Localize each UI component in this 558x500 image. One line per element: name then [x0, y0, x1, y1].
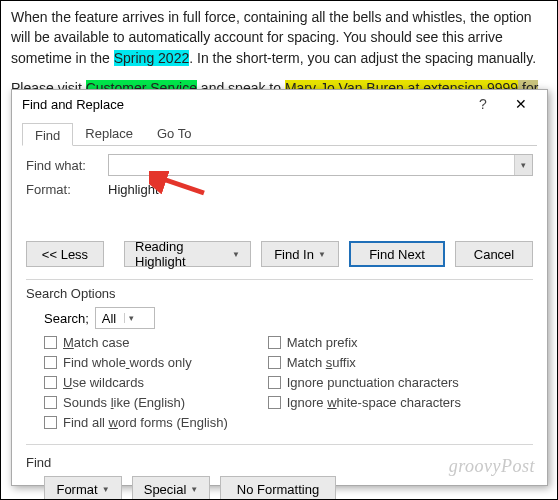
close-button[interactable]: ✕: [501, 96, 541, 112]
dialog-button-row: << Less Reading Highlight▼ Find In▼ Find…: [12, 207, 547, 275]
checkbox-icon: [268, 376, 281, 389]
highlight-cyan: Spring 2022: [114, 50, 190, 66]
less-button[interactable]: << Less: [26, 241, 104, 267]
find-what-input[interactable]: ▾: [108, 154, 533, 176]
checkbox-option[interactable]: Match suffix: [268, 355, 461, 370]
tab-find[interactable]: Find: [22, 123, 73, 146]
help-button[interactable]: ?: [465, 96, 501, 112]
checkbox-icon: [44, 336, 57, 349]
checkbox-option[interactable]: Ignore white-space characters: [268, 395, 461, 410]
format-label: Format:: [26, 182, 108, 197]
checkbox-option[interactable]: Find whole words only: [44, 355, 228, 370]
special-button[interactable]: Special▼: [132, 476, 210, 500]
chevron-down-icon: ▾: [124, 313, 138, 323]
search-options-checks: Match caseFind whole words onlyUse wildc…: [12, 335, 547, 436]
chevron-down-icon: ▼: [190, 485, 198, 494]
checkbox-option[interactable]: Ignore punctuation characters: [268, 375, 461, 390]
watermark: groovyPost: [449, 456, 535, 477]
reading-highlight-button[interactable]: Reading Highlight▼: [124, 241, 251, 267]
checkbox-icon: [268, 336, 281, 349]
checkbox-label: Match case: [63, 335, 130, 350]
checkbox-icon: [44, 376, 57, 389]
checkbox-label: Sounds like (English): [63, 395, 185, 410]
checkbox-label: Match suffix: [287, 355, 356, 370]
find-in-button[interactable]: Find In▼: [261, 241, 339, 267]
dialog-title: Find and Replace: [22, 97, 465, 112]
checkbox-label: Find all word forms (English): [63, 415, 228, 430]
chevron-down-icon: ▼: [318, 250, 326, 259]
dialog-titlebar: Find and Replace ? ✕: [12, 90, 547, 118]
search-direction-row: Search; All ▾: [12, 305, 547, 335]
checkbox-label: Use wildcards: [63, 375, 144, 390]
chevron-down-icon: ▼: [232, 250, 240, 259]
find-replace-dialog: Find and Replace ? ✕ Find Replace Go To …: [11, 89, 548, 486]
search-value: All: [102, 311, 116, 326]
find-what-label: Find what:: [26, 158, 108, 173]
chevron-down-icon: ▼: [102, 485, 110, 494]
chevron-down-icon[interactable]: ▾: [514, 155, 532, 175]
tab-goto[interactable]: Go To: [145, 122, 203, 145]
divider: [26, 444, 533, 445]
divider: [26, 279, 533, 280]
checkbox-label: Ignore punctuation characters: [287, 375, 459, 390]
checkbox-icon: [268, 356, 281, 369]
checkbox-icon: [268, 396, 281, 409]
no-formatting-button[interactable]: No Formatting: [220, 476, 336, 500]
checkbox-option[interactable]: Match case: [44, 335, 228, 350]
checkbox-option[interactable]: Match prefix: [268, 335, 461, 350]
format-button[interactable]: Format▼: [44, 476, 122, 500]
checkbox-icon: [44, 356, 57, 369]
search-options-label: Search Options: [12, 284, 547, 305]
checkbox-label: Find whole words only: [63, 355, 192, 370]
search-direction-select[interactable]: All ▾: [95, 307, 155, 329]
checkbox-label: Ignore white-space characters: [287, 395, 461, 410]
find-next-button[interactable]: Find Next: [349, 241, 445, 267]
find-panel: Find what: ▾ Format: Highlight: [12, 146, 547, 207]
checkbox-option[interactable]: Sounds like (English): [44, 395, 228, 410]
checkbox-option[interactable]: Find all word forms (English): [44, 415, 228, 430]
cancel-button[interactable]: Cancel: [455, 241, 533, 267]
checkbox-icon: [44, 416, 57, 429]
text: . In the short-term, you can adjust the …: [189, 50, 536, 66]
format-value: Highlight: [108, 182, 159, 197]
search-label: Search;: [44, 311, 89, 326]
paragraph-1: When the feature arrives in full force, …: [11, 7, 547, 68]
checkbox-icon: [44, 396, 57, 409]
checkbox-option[interactable]: Use wildcards: [44, 375, 228, 390]
dialog-tabs: Find Replace Go To: [22, 122, 537, 146]
checkbox-label: Match prefix: [287, 335, 358, 350]
tab-replace[interactable]: Replace: [73, 122, 145, 145]
